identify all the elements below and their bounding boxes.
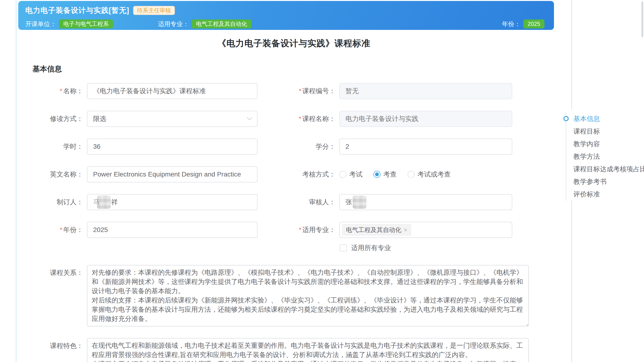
nav-item-teaching-methods[interactable]: 教学方法 — [562, 150, 644, 163]
year-label: 年份： — [502, 20, 520, 28]
required-asterisk: * — [60, 226, 62, 233]
name-input[interactable] — [87, 83, 258, 99]
radio-exam[interactable]: 考试 — [339, 170, 362, 179]
majors-input[interactable]: 电气工程及其自动化 × — [339, 222, 512, 238]
credits-label: 学分： — [285, 142, 339, 151]
course-title: 电力电子装备设计与实践[暂无] — [25, 6, 129, 16]
course-name-label: *课程名称： — [285, 114, 339, 123]
required-asterisk: * — [299, 115, 302, 122]
author-name-suffix: 祥 — [111, 198, 118, 207]
anchor-nav: 基本信息 课程目标 教学内容 教学方法 课程目标达成考核项占比 教学参考书 评价… — [562, 109, 644, 201]
anchor-rail — [566, 112, 566, 201]
course-relation-label: 课程关系： — [32, 268, 87, 277]
hours-label: 学时： — [32, 142, 87, 151]
scrollbar[interactable] — [642, 2, 643, 37]
assessment-label: 考核方式： — [285, 170, 339, 179]
unit-label: 开课单位： — [25, 20, 56, 28]
section-title-basic-info: 基本信息 — [32, 64, 62, 74]
major-label: 适用专业： — [158, 20, 189, 28]
course-feature-label: 课程特色： — [32, 341, 87, 350]
active-anchor-marker-icon — [564, 116, 569, 121]
radio-check[interactable]: 考查 — [374, 170, 397, 179]
page-title: 《电力电子装备设计与实践》课程标准 — [16, 38, 572, 49]
checkbox-unchecked-icon[interactable] — [340, 244, 347, 251]
nav-item-basic-info[interactable]: 基本信息 — [562, 112, 644, 125]
major-tag: 电气工程及其自动化 — [192, 20, 252, 29]
year-field-label: *年份： — [32, 225, 87, 234]
status-badge: 待系主任审核 — [133, 6, 175, 15]
majors-label: *适用专业： — [285, 225, 339, 234]
all-majors-checkbox-row: 适用所有专业 — [340, 243, 529, 253]
year-input[interactable] — [87, 222, 258, 238]
reviewer-input[interactable]: 张 — [339, 194, 512, 210]
nav-item-teaching-content[interactable]: 教学内容 — [562, 138, 644, 150]
course-code-label: *课程编号： — [285, 87, 339, 96]
radio-icon — [408, 171, 415, 178]
nav-item-goal-assessment-ratio[interactable]: 课程目标达成考核项占比 — [562, 163, 644, 175]
all-majors-checkbox-label: 适用所有专业 — [351, 243, 391, 252]
unit-tag: 电子与电气工程系 — [59, 20, 113, 29]
nav-item-course-goals[interactable]: 课程目标 — [562, 125, 644, 138]
hours-input[interactable] — [87, 138, 258, 155]
basic-info-form: *名称： *课程编号： 修读方式： 限选 *课程名称： — [32, 83, 529, 362]
required-asterisk: * — [299, 226, 302, 233]
course-feature-textarea[interactable]: 在现代电气工程和新能源领域，电力电子技术起着至关重要的作用。电力电子装备设计与实… — [87, 338, 529, 362]
required-asterisk: * — [299, 87, 302, 95]
credits-input[interactable] — [339, 138, 512, 155]
radio-icon — [339, 171, 346, 178]
author-input[interactable]: 马 祥 — [87, 194, 258, 210]
author-label: 制订人： — [32, 198, 87, 207]
required-asterisk: * — [60, 87, 62, 95]
nav-item-evaluation-standards[interactable]: 评价标准 — [562, 188, 644, 201]
english-name-label: 英文名称： — [32, 170, 87, 179]
author-name-prefix: 马 — [93, 198, 100, 207]
chevron-down-icon — [247, 115, 252, 120]
assessment-radio-group: 考试 考查 考试或考查 — [339, 166, 462, 183]
study-mode-label: 修读方式： — [32, 114, 87, 123]
radio-exam-or-check[interactable]: 考试或考查 — [408, 170, 451, 179]
course-code-input — [339, 83, 512, 99]
year-tag: 2025 — [524, 20, 544, 29]
main-panel: 电力电子装备设计与实践[暂无] 待系主任审核 开课单位： 电子与电气工程系 适用… — [16, 0, 572, 362]
redaction-blur — [352, 196, 366, 209]
major-chip: 电气工程及其自动化 × — [342, 224, 411, 236]
radio-selected-icon — [374, 171, 380, 178]
reviewer-label: 审核人： — [285, 198, 339, 207]
course-header: 电力电子装备设计与实践[暂无] 待系主任审核 开课单位： 电子与电气工程系 适用… — [18, 1, 554, 30]
english-name-input[interactable] — [87, 166, 258, 183]
study-mode-value: 限选 — [93, 114, 248, 123]
course-relation-textarea[interactable]: 对先修的要求：本课程的先修课程为《电路原理》、《模拟电子技术》、《电力电子技术》… — [87, 265, 529, 326]
course-name-input — [339, 111, 512, 127]
name-label: *名称： — [32, 87, 87, 96]
remove-tag-icon[interactable]: × — [404, 226, 407, 234]
study-mode-select[interactable]: 限选 — [87, 111, 258, 127]
nav-item-reference-books[interactable]: 教学参考书 — [562, 175, 644, 188]
reviewer-name-prefix: 张 — [346, 198, 352, 207]
